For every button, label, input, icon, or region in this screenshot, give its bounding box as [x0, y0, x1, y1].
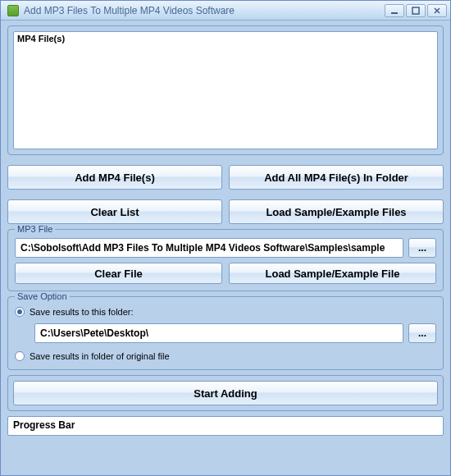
save-browse-button[interactable]: ...: [408, 323, 436, 343]
mp4-button-row-1: Add MP4 File(s) Add All MP4 File(s) In F…: [7, 165, 444, 190]
mp3-browse-button[interactable]: ...: [408, 238, 436, 258]
window-controls: [385, 4, 447, 17]
mp3-legend: MP3 File: [15, 224, 55, 234]
save-radio-2-label: Save results in folder of original file: [30, 351, 170, 361]
mp3-group: MP3 File C:\Sobolsoft\Add MP3 Files To M…: [7, 229, 444, 291]
mp3-button-row: Clear File Load Sample/Example File: [15, 263, 436, 284]
app-icon: [7, 5, 19, 16]
close-icon: [433, 7, 441, 15]
titlebar: Add MP3 Files To Multiple MP4 Videos Sof…: [1, 1, 450, 21]
save-original-folder-radio[interactable]: [15, 351, 25, 361]
save-group: Save Option Save results to this folder:…: [7, 296, 444, 370]
save-radio-1-label: Save results to this folder:: [30, 307, 134, 317]
load-sample-mp4-button[interactable]: Load Sample/Example Files: [229, 199, 444, 224]
close-button[interactable]: [427, 4, 447, 17]
add-all-mp4-button[interactable]: Add All MP4 File(s) In Folder: [229, 165, 444, 190]
start-button[interactable]: Start Adding: [13, 381, 438, 405]
save-path-row: C:\Users\Pete\Desktop\ ...: [34, 323, 436, 343]
save-to-folder-radio[interactable]: [15, 307, 25, 317]
save-radio-1-row: Save results to this folder:: [15, 305, 436, 318]
add-mp4-button[interactable]: Add MP4 File(s): [7, 165, 222, 190]
maximize-button[interactable]: [406, 4, 426, 17]
minimize-icon: [390, 7, 399, 15]
save-folder-input[interactable]: C:\Users\Pete\Desktop\: [34, 323, 403, 343]
start-group: Start Adding: [7, 375, 444, 411]
clear-list-button[interactable]: Clear List: [7, 199, 222, 224]
app-window: Add MP3 Files To Multiple MP4 Videos Sof…: [0, 0, 451, 476]
mp3-path-input[interactable]: C:\Sobolsoft\Add MP3 Files To Multiple M…: [15, 238, 403, 258]
maximize-icon: [412, 7, 420, 15]
svg-rect-0: [391, 12, 398, 14]
minimize-button[interactable]: [385, 4, 404, 17]
mp4-file-list[interactable]: MP4 File(s): [13, 31, 438, 149]
content-area: MP4 File(s) Add MP4 File(s) Add All MP4 …: [1, 21, 450, 475]
mp4-group: MP4 File(s): [7, 25, 444, 155]
clear-file-button[interactable]: Clear File: [15, 263, 222, 284]
mp4-button-row-2: Clear List Load Sample/Example Files: [7, 199, 444, 224]
save-radio-2-row: Save results in folder of original file: [15, 350, 436, 363]
mp3-path-row: C:\Sobolsoft\Add MP3 Files To Multiple M…: [15, 238, 436, 258]
save-legend: Save Option: [15, 291, 70, 301]
save-folder-indent: C:\Users\Pete\Desktop\ ...: [15, 318, 436, 350]
progress-bar: Progress Bar: [7, 416, 444, 436]
window-title: Add MP3 Files To Multiple MP4 Videos Sof…: [24, 5, 385, 16]
svg-rect-1: [412, 7, 419, 14]
load-sample-mp3-button[interactable]: Load Sample/Example File: [229, 263, 436, 284]
